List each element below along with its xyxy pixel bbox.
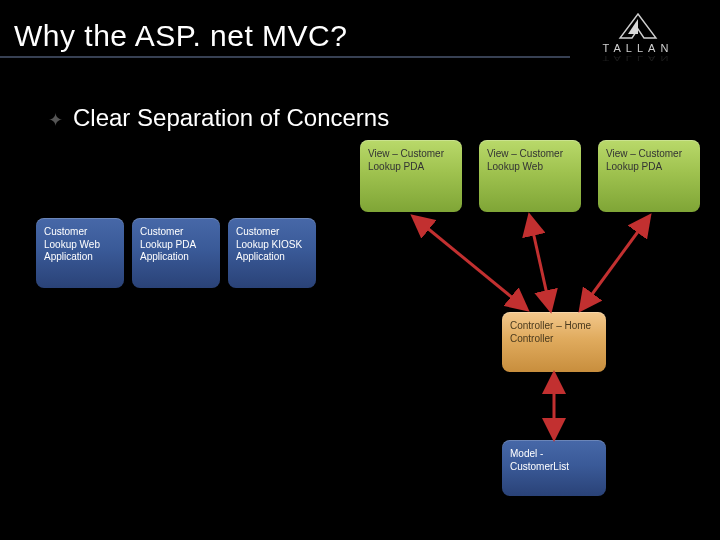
title-underline — [0, 56, 570, 58]
slide-title: Why the ASP. net MVC? — [0, 19, 347, 53]
view-row: View – Customer Lookup PDA View – Custom… — [360, 140, 700, 212]
view-box: View – Customer Lookup PDA — [598, 140, 700, 212]
svg-line-2 — [415, 218, 525, 308]
view-box: View – Customer Lookup PDA — [360, 140, 462, 212]
svg-line-3 — [530, 218, 550, 308]
controller-box: Controller – Home Controller — [502, 312, 606, 372]
app-box: Customer Lookup PDA Application — [132, 218, 220, 288]
bullet-row: ✦ Clear Separation of Concerns — [48, 104, 389, 132]
view-box: View – Customer Lookup Web — [479, 140, 581, 212]
logo-mark-icon — [614, 12, 662, 40]
logo-reflection: TALLAN — [603, 54, 674, 61]
left-app-boxes: Customer Lookup Web Application Customer… — [36, 218, 316, 288]
tallan-logo: TALLAN TALLAN — [578, 12, 698, 66]
model-box: Model - CustomerList — [502, 440, 606, 496]
mvc-diagram: View – Customer Lookup PDA View – Custom… — [360, 140, 700, 520]
svg-line-4 — [582, 218, 648, 308]
app-box: Customer Lookup KIOSK Application — [228, 218, 316, 288]
logo-text: TALLAN — [603, 42, 674, 54]
app-box: Customer Lookup Web Application — [36, 218, 124, 288]
bullet-icon: ✦ — [48, 111, 63, 129]
bullet-text: Clear Separation of Concerns — [73, 104, 389, 132]
